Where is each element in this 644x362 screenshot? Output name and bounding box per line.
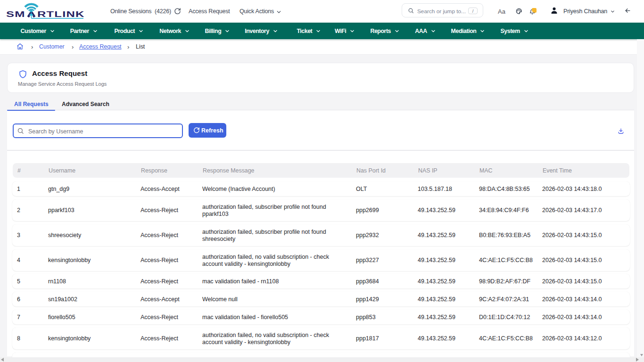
svg-text:RTLINK: RTLINK xyxy=(37,9,85,19)
svg-text:SM: SM xyxy=(6,9,25,19)
